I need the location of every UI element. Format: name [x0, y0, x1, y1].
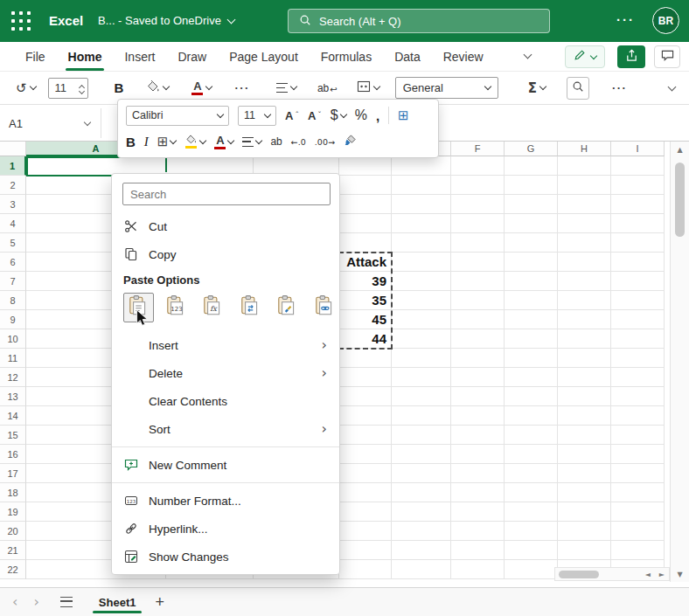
wrap-text-button[interactable]: ab ↩	[317, 82, 338, 94]
format-as-table-button[interactable]: ⊞	[398, 107, 409, 123]
row-header-17[interactable]: 17	[0, 464, 26, 483]
paste-formatting-button[interactable]	[272, 293, 303, 322]
shrink-font-button[interactable]: Aˇ	[308, 109, 322, 122]
scroll-right-button[interactable]: ►	[655, 571, 669, 578]
row-header-14[interactable]: 14	[0, 406, 26, 426]
percent-style-button[interactable]: %	[355, 107, 367, 123]
row-header-21[interactable]: 21	[0, 541, 26, 560]
toolbar-overflow-2-icon[interactable]: ···	[612, 81, 628, 94]
row-header-9[interactable]: 9	[0, 310, 26, 329]
row-header-15[interactable]: 15	[0, 426, 26, 445]
ribbon-tab-page-layout[interactable]: Page Layout	[218, 42, 310, 71]
paste-transpose-button[interactable]	[235, 293, 266, 322]
font-name-select[interactable]: Calibri	[126, 106, 229, 126]
sheet-tab-sheet1[interactable]: Sheet1	[88, 588, 147, 616]
header-more-icon[interactable]: ···	[616, 12, 635, 27]
mini-wrap-text-button[interactable]: ab	[270, 135, 282, 148]
ribbon-tab-data[interactable]: Data	[383, 42, 432, 71]
row-header-1[interactable]: 1	[0, 156, 26, 176]
row-header-3[interactable]: 3	[0, 195, 26, 214]
alignment-button[interactable]	[276, 83, 296, 93]
collapse-ribbon-chevron-icon[interactable]	[668, 82, 677, 91]
editing-mode-button[interactable]	[565, 45, 605, 68]
toolbar-overflow-icon[interactable]: ···	[234, 81, 250, 94]
row-header-19[interactable]: 19	[0, 502, 26, 522]
mini-bold-button[interactable]: B	[126, 135, 136, 149]
row-header-16[interactable]: 16	[0, 445, 26, 464]
comma-style-button[interactable]: ,	[376, 108, 379, 123]
ribbon-tab-review[interactable]: Review	[432, 42, 495, 71]
horizontal-scrollbar[interactable]: ◄ ►	[554, 567, 670, 581]
ribbon-tab-formulas[interactable]: Formulas	[310, 42, 383, 71]
vertical-scrollbar[interactable]: ▲ ▼	[670, 142, 689, 582]
scroll-down-button[interactable]: ▼	[671, 566, 689, 582]
next-sheet-icon[interactable]: ›	[33, 595, 38, 609]
all-sheets-menu-icon[interactable]	[60, 597, 73, 607]
fill-color-button[interactable]	[146, 80, 169, 96]
app-launcher-icon[interactable]	[11, 11, 31, 31]
grow-font-button[interactable]: Aˆ	[285, 109, 299, 122]
scroll-left-button[interactable]: ◄	[641, 571, 655, 578]
column-header-G[interactable]: G	[505, 142, 558, 156]
paste-link-button[interactable]	[310, 293, 340, 322]
decrease-decimal-button[interactable]: ←.0	[291, 137, 306, 147]
menu-item-show-changes[interactable]: Show Changes	[112, 543, 339, 571]
bold-button[interactable]: B	[115, 80, 124, 95]
row-header-20[interactable]: 20	[0, 522, 26, 541]
mini-italic-button[interactable]: I	[144, 135, 149, 149]
row-header-13[interactable]: 13	[0, 387, 26, 406]
row-header-7[interactable]: 7	[0, 272, 26, 291]
comments-button[interactable]	[654, 45, 680, 68]
find-button[interactable]	[567, 77, 589, 100]
menu-item-hyperlink[interactable]: Hyperlink...	[112, 515, 339, 543]
menu-item-clear-contents[interactable]: Clear Contents	[112, 387, 339, 415]
paste-formulas-button[interactable]: fx	[198, 293, 228, 322]
font-color-button[interactable]: A	[191, 80, 212, 95]
font-size-spinner[interactable]	[80, 83, 84, 93]
merge-cells-button[interactable]	[357, 80, 379, 95]
document-title[interactable]: B... - Saved to OneDrive	[98, 14, 234, 27]
scroll-up-button[interactable]: ▲	[671, 142, 689, 157]
borders-button[interactable]: ⊞	[157, 134, 177, 149]
ribbon-tab-insert[interactable]: Insert	[113, 42, 166, 71]
paste-values-button[interactable]: 123	[161, 293, 191, 322]
name-box[interactable]: A1	[0, 110, 101, 136]
add-sheet-button[interactable]: +	[155, 594, 164, 610]
undo-button[interactable]: ↺	[16, 80, 36, 96]
previous-sheet-icon[interactable]: ‹	[12, 595, 17, 609]
ribbon-tab-file[interactable]: File	[14, 42, 57, 71]
menu-item-cut[interactable]: Cut	[112, 212, 339, 240]
row-header-22[interactable]: 22	[0, 560, 26, 579]
row-header-10[interactable]: 10	[0, 329, 26, 349]
increase-decimal-button[interactable]: .00→	[315, 137, 335, 147]
row-header-12[interactable]: 12	[0, 368, 26, 387]
row-header-18[interactable]: 18	[0, 483, 26, 502]
row-header-5[interactable]: 5	[0, 233, 26, 253]
mini-fill-color-button[interactable]	[184, 135, 205, 149]
row-header-8[interactable]: 8	[0, 291, 26, 310]
column-header-I[interactable]: I	[611, 142, 665, 156]
row-header-2[interactable]: 2	[0, 176, 26, 195]
menu-item-insert[interactable]: Insert ›	[112, 331, 339, 359]
avatar[interactable]: BR	[652, 7, 679, 34]
format-painter-button[interactable]	[344, 134, 357, 150]
menu-item-sort[interactable]: Sort ›	[112, 415, 339, 443]
row-header-11[interactable]: 11	[0, 349, 26, 368]
menu-item-delete[interactable]: Delete ›	[112, 359, 339, 387]
vertical-scroll-thumb[interactable]	[675, 163, 685, 237]
font-size-input[interactable]: 11	[48, 78, 88, 99]
menu-item-number-format[interactable]: 123 Number Format...	[112, 487, 339, 515]
accounting-format-button[interactable]: $	[331, 107, 346, 123]
search-input[interactable]: Search (Alt + Q)	[288, 9, 550, 33]
horizontal-scroll-thumb[interactable]	[559, 571, 599, 578]
ribbon-tab-draw[interactable]: Draw	[166, 42, 218, 71]
mini-alignment-button[interactable]	[242, 137, 261, 147]
context-menu-search-input[interactable]	[122, 183, 331, 205]
number-format-select[interactable]: General	[395, 77, 498, 99]
ribbon-tab-home[interactable]: Home	[57, 42, 114, 71]
mini-font-size-select[interactable]: 11	[238, 106, 276, 126]
mini-font-color-button[interactable]: A	[214, 135, 233, 149]
row-header-6[interactable]: 6	[0, 253, 26, 272]
share-button[interactable]	[617, 45, 645, 68]
row-header-4[interactable]: 4	[0, 214, 26, 233]
